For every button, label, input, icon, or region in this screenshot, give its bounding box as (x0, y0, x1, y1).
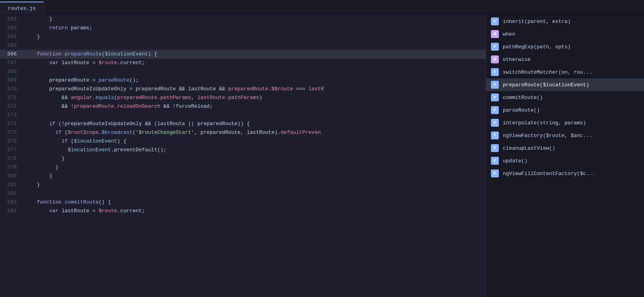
outline-item-switchroutematcher[interactable]: F switchRouteMatcher(on, rou... (486, 66, 644, 78)
tab-label: routes.js (8, 6, 36, 11)
badge-m-otherwise: M (491, 55, 499, 63)
line-content-584: var lastRoute = $route.current; (23, 207, 486, 215)
line-num-584: 584 (0, 207, 23, 215)
code-line-568: 568 (0, 67, 486, 76)
code-line-566: 566 function prepareRoute($locationEvent… (0, 50, 486, 59)
tab-bar: routes.js (0, 0, 644, 15)
line-content-577: $locationEvent.preventDefault(); (23, 146, 486, 154)
line-content-580: } (23, 172, 486, 181)
code-line-567: 567 var lastRoute = $route.current; (0, 59, 486, 67)
badge-f-ngviewfillcontentfactory: F (491, 169, 499, 177)
code-line-576: 576 if ($locationEvent) { (0, 137, 486, 146)
code-line-578: 578 } (0, 154, 486, 163)
line-num-564: 564 (0, 32, 23, 41)
line-num-569: 569 (0, 76, 23, 85)
code-line-583: 583 function commitRoute() { (0, 198, 486, 207)
code-line-572: 572 && !preparedRoute.reloadOnSearch && … (0, 102, 486, 111)
outline-item-ngviewfactory[interactable]: F ngViewFactory($route, $anc... (486, 129, 644, 142)
badge-f-ngviewfactory: F (491, 131, 499, 139)
code-line-569: 569 preparedRoute = parseRoute(); (0, 76, 486, 85)
outline-item-pathregexp[interactable]: F pathRegExp(path, opts) (486, 40, 644, 53)
outline-panel: F inherit(parent, extra) M when F pathRe… (486, 15, 644, 297)
line-num-571: 571 (0, 93, 23, 102)
code-line-580: 580 } (0, 172, 486, 181)
outline-label-otherwise: otherwise (503, 57, 530, 63)
outline-label-cleanuplastview: cleanupLastView() (503, 145, 555, 151)
code-lines[interactable]: 562 } 563 return params; 564 } 565 (0, 15, 486, 297)
code-line-581: 581 } (0, 181, 486, 189)
outline-item-cleanuplastview[interactable]: F cleanupLastView() (486, 142, 644, 154)
line-num-573: 573 (0, 111, 23, 120)
line-content-566: function prepareRoute($locationEvent) { (23, 50, 486, 59)
outline-item-commitroute[interactable]: F commitRoute() (486, 91, 644, 104)
line-num-574: 574 (0, 120, 23, 128)
code-line-570: 570 preparedRouteIsUpdateOnly = prepared… (0, 85, 486, 93)
line-content-567: var lastRoute = $route.current; (23, 59, 486, 67)
line-content-562: } (23, 15, 486, 24)
line-content-563: return params; (23, 24, 486, 32)
outline-item-update[interactable]: F update() (486, 154, 644, 167)
code-editor[interactable]: 562 } 563 return params; 564 } 565 (0, 15, 486, 297)
outline-label-pathregexp: pathRegExp(path, opts) (503, 44, 571, 50)
line-content-569: preparedRoute = parseRoute(); (23, 76, 486, 85)
outline-item-ngviewfillcontentfactory[interactable]: F ngViewFillContentFactory($c... (486, 167, 644, 180)
badge-f-parseroute: F (491, 106, 499, 114)
outline-label-commitroute: commitRoute() (503, 95, 543, 101)
line-num-565: 565 (0, 41, 23, 50)
code-line-575: 575 if ($rootScope.$broadcast('$routeCha… (0, 128, 486, 137)
line-content-579: } (23, 163, 486, 172)
badge-f-pathregexp: F (491, 43, 499, 51)
line-content-564: } (23, 32, 486, 41)
tab-routes-js[interactable]: routes.js (0, 2, 44, 15)
code-line-584: 584 var lastRoute = $route.current; (0, 207, 486, 215)
code-line-579: 579 } (0, 163, 486, 172)
line-num-580: 580 (0, 172, 23, 181)
badge-f-interpolate: F (491, 119, 499, 127)
badge-f-inherit: F (491, 17, 499, 25)
outline-label-parseroute: parseRoute() (503, 107, 540, 113)
badge-f-switchroutematcher: F (491, 68, 499, 76)
outline-label-when: when (503, 31, 515, 37)
outline-item-otherwise[interactable]: M otherwise (486, 53, 644, 66)
outline-item-interpolate[interactable]: F interpolate(string, params) (486, 116, 644, 129)
line-num-567: 567 (0, 59, 23, 67)
line-content-583: function commitRoute() { (23, 198, 486, 207)
outline-item-prepareroute[interactable]: F prepareRoute($locationEvent) (486, 78, 644, 91)
outline-label-interpolate: interpolate(string, params) (503, 120, 586, 126)
line-num-578: 578 (0, 154, 23, 163)
outline-label-prepareroute: prepareRoute($locationEvent) (503, 82, 589, 88)
line-num-582: 582 (0, 189, 23, 198)
line-num-572: 572 (0, 102, 23, 111)
outline-label-ngviewfillcontentfactory: ngViewFillContentFactory($c... (503, 171, 595, 177)
line-num-577: 577 (0, 146, 23, 154)
badge-f-update: F (491, 157, 499, 165)
code-line-563: 563 return params; (0, 24, 486, 32)
outline-item-when[interactable]: M when (486, 28, 644, 40)
outline-item-inherit[interactable]: F inherit(parent, extra) (486, 15, 644, 28)
badge-m-when: M (491, 30, 499, 38)
line-content-576: if ($locationEvent) { (23, 137, 486, 146)
line-num-563: 563 (0, 24, 23, 32)
line-num-581: 581 (0, 181, 23, 189)
badge-f-commitroute: F (491, 93, 499, 101)
code-line-577: 577 $locationEvent.preventDefault(); (0, 146, 486, 154)
outline-label-switchroutematcher: switchRouteMatcher(on, rou... (503, 69, 592, 75)
line-content-570: preparedRouteIsUpdateOnly = preparedRout… (23, 85, 486, 93)
line-num-562: 562 (0, 15, 23, 24)
outline-item-parseroute[interactable]: F parseRoute() (486, 104, 644, 116)
line-content-581: } (23, 181, 486, 189)
line-content-578: } (23, 154, 486, 163)
badge-f-cleanuplastview: F (491, 144, 499, 152)
line-num-570: 570 (0, 85, 23, 93)
outline-label-update: update() (503, 158, 527, 164)
line-content-575: if ($rootScope.$broadcast('$routeChangeS… (23, 128, 486, 137)
code-line-564: 564 } (0, 32, 486, 41)
line-num-576: 576 (0, 137, 23, 146)
line-num-579: 579 (0, 163, 23, 172)
line-num-583: 583 (0, 198, 23, 207)
editor-area: 562 } 563 return params; 564 } 565 (0, 15, 644, 297)
badge-f-prepareroute: F (491, 81, 499, 89)
code-line-582: 582 (0, 189, 486, 198)
line-content-572: && !preparedRoute.reloadOnSearch && !for… (23, 102, 486, 111)
code-line-571: 571 && angular.equals(preparedRoute.path… (0, 93, 486, 102)
